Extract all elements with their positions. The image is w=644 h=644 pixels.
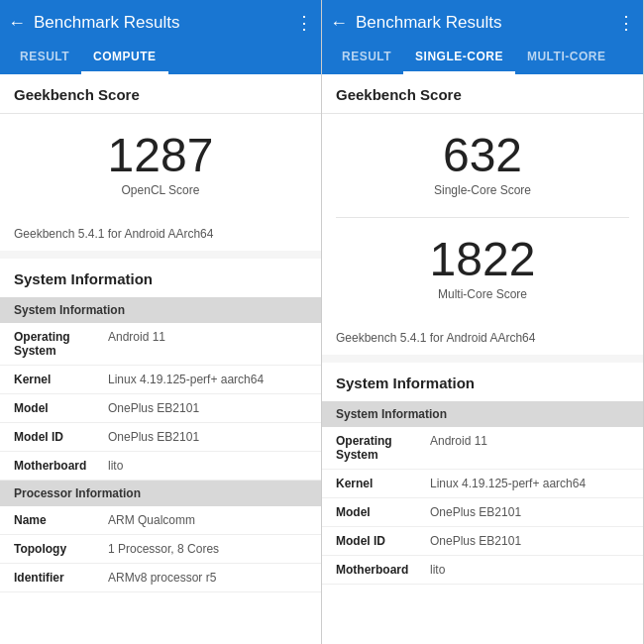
val-kernel-right: Linux 4.19.125-perf+ aarch64 <box>430 477 629 490</box>
key-os-left: Operating System <box>14 330 108 358</box>
key-model-right: Model <box>336 505 430 519</box>
tab-multi-core-right[interactable]: MULTI-CORE <box>515 42 617 74</box>
tab-compute-left[interactable]: COMPUTE <box>81 42 168 74</box>
table-row: Operating System Android 11 <box>0 323 321 366</box>
tabs-left: RESULT COMPUTE <box>8 42 313 74</box>
val-topology-left: 1 Processor, 8 Cores <box>108 542 307 556</box>
val-kernel-left: Linux 4.19.125-perf+ aarch64 <box>108 373 307 386</box>
table-row: Motherboard lito <box>0 452 321 481</box>
group-header-system-right: System Information <box>322 401 643 427</box>
val-motherboard-right: lito <box>430 563 629 577</box>
panel-right: ← Benchmark Results ⋮ RESULT SINGLE-CORE… <box>322 0 644 644</box>
more-icon-left[interactable]: ⋮ <box>295 12 313 34</box>
group-header-system-left: System Information <box>0 297 321 323</box>
key-model-left: Model <box>14 401 108 415</box>
key-motherboard-left: Motherboard <box>14 459 108 473</box>
val-modelid-left: OnePlus EB2101 <box>108 430 307 444</box>
score-section-right: Geekbench Score 632 Single-Core Score 18… <box>322 74 643 355</box>
score-section-left: Geekbench Score 1287 OpenCL Score Geekbe… <box>0 74 321 251</box>
opencl-score-label: OpenCL Score <box>14 183 307 197</box>
table-row: Model ID OnePlus EB2101 <box>0 423 321 452</box>
tab-single-core-right[interactable]: SINGLE-CORE <box>403 42 515 74</box>
score-block-opencl: 1287 OpenCL Score <box>0 114 321 217</box>
single-core-score-number: 632 <box>336 132 629 179</box>
header-right: ← Benchmark Results ⋮ RESULT SINGLE-CORE… <box>322 0 643 74</box>
val-motherboard-left: lito <box>108 459 307 473</box>
key-modelid-left: Model ID <box>14 430 108 444</box>
key-identifier-left: Identifier <box>14 571 108 585</box>
key-name-left: Name <box>14 513 108 527</box>
group-header-processor-left: Processor Information <box>0 481 321 506</box>
key-topology-left: Topology <box>14 542 108 556</box>
geekbench-title-right: Geekbench Score <box>322 74 643 114</box>
tab-result-right[interactable]: RESULT <box>330 42 403 74</box>
single-core-score-label: Single-Core Score <box>336 183 629 197</box>
more-icon-right[interactable]: ⋮ <box>617 12 635 34</box>
back-arrow-icon-left[interactable]: ← <box>8 13 26 34</box>
panel-left: ← Benchmark Results ⋮ RESULT COMPUTE Gee… <box>0 0 322 644</box>
table-row: Kernel Linux 4.19.125-perf+ aarch64 <box>0 366 321 394</box>
table-row: Model ID OnePlus EB2101 <box>322 527 643 556</box>
info-table-right: System Information Operating System Andr… <box>322 401 643 585</box>
score-block-single: 632 Single-Core Score <box>322 114 643 217</box>
table-row: Name ARM Qualcomm <box>0 506 321 535</box>
header-title-left: Benchmark Results <box>34 13 179 33</box>
tab-result-left[interactable]: RESULT <box>8 42 81 74</box>
multi-core-score-number: 1822 <box>336 236 629 283</box>
val-os-right: Android 11 <box>430 434 629 462</box>
table-row: Topology 1 Processor, 8 Cores <box>0 535 321 564</box>
sys-info-left: System Information System Information Op… <box>0 259 321 644</box>
geekbench-version-left: Geekbench 5.4.1 for Android AArch64 <box>0 217 321 251</box>
key-kernel-right: Kernel <box>336 477 430 490</box>
info-table-left: System Information Operating System Andr… <box>0 297 321 592</box>
sys-info-right: System Information System Information Op… <box>322 363 643 644</box>
score-block-multi: 1822 Multi-Core Score <box>322 218 643 321</box>
opencl-score-number: 1287 <box>14 132 307 179</box>
table-row: Model OnePlus EB2101 <box>0 394 321 423</box>
key-motherboard-right: Motherboard <box>336 563 430 577</box>
key-modelid-right: Model ID <box>336 534 430 548</box>
table-row: Model OnePlus EB2101 <box>322 498 643 527</box>
sys-info-title-right: System Information <box>322 363 643 401</box>
table-row: Motherboard lito <box>322 556 643 585</box>
key-os-right: Operating System <box>336 434 430 462</box>
val-os-left: Android 11 <box>108 330 307 358</box>
sys-info-title-left: System Information <box>0 259 321 297</box>
table-row: Operating System Android 11 <box>322 427 643 470</box>
key-kernel-left: Kernel <box>14 373 108 386</box>
table-row: Identifier ARMv8 processor r5 <box>0 564 321 592</box>
val-model-left: OnePlus EB2101 <box>108 401 307 415</box>
header-title-right: Benchmark Results <box>356 13 501 33</box>
val-identifier-left: ARMv8 processor r5 <box>108 571 307 585</box>
multi-core-score-label: Multi-Core Score <box>336 287 629 301</box>
val-name-left: ARM Qualcomm <box>108 513 307 527</box>
val-model-right: OnePlus EB2101 <box>430 505 629 519</box>
back-arrow-icon-right[interactable]: ← <box>330 13 348 34</box>
geekbench-version-right: Geekbench 5.4.1 for Android AArch64 <box>322 321 643 355</box>
table-row: Kernel Linux 4.19.125-perf+ aarch64 <box>322 470 643 498</box>
tabs-right: RESULT SINGLE-CORE MULTI-CORE <box>330 42 635 74</box>
val-modelid-right: OnePlus EB2101 <box>430 534 629 548</box>
geekbench-title-left: Geekbench Score <box>0 74 321 114</box>
header-left: ← Benchmark Results ⋮ RESULT COMPUTE <box>0 0 321 74</box>
